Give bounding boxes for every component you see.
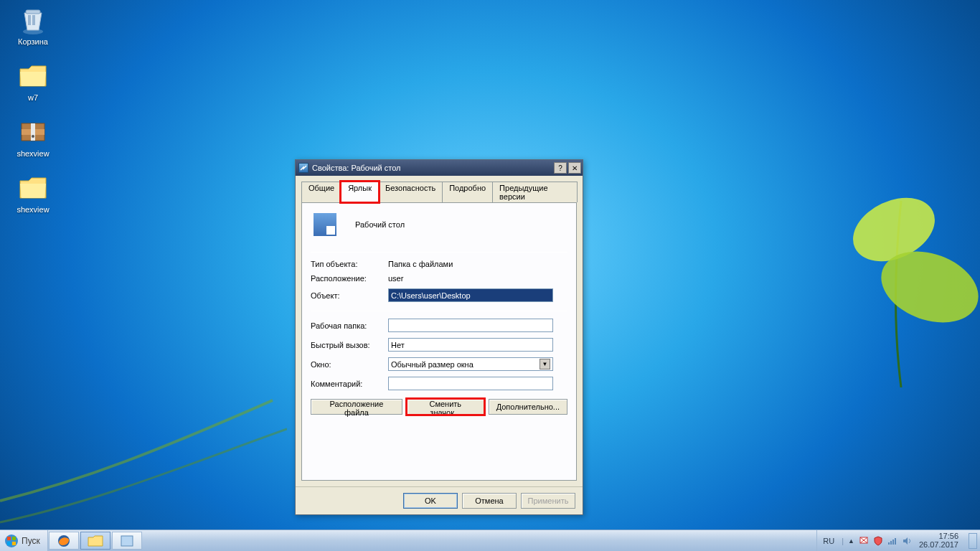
clock-date[interactable]: 26.07.2017 xyxy=(919,541,958,550)
combo-run-value: Обычный размер окна xyxy=(391,360,473,369)
tray-chevron-up-icon[interactable]: ▲ xyxy=(848,537,854,545)
shortcut-icon xyxy=(314,213,336,236)
desktop-icon-shexview-folder[interactable]: shexview xyxy=(6,172,60,214)
properties-dialog: Свойства: Рабочий стол ? ✕ Общие Ярлык Б… xyxy=(295,159,583,515)
dialog-icon xyxy=(298,163,308,173)
input-target[interactable] xyxy=(388,288,553,302)
tab-details[interactable]: Подробно xyxy=(442,182,493,202)
start-button[interactable]: Пуск xyxy=(0,530,48,551)
chevron-down-icon[interactable]: ▼ xyxy=(540,359,550,369)
svg-rect-21 xyxy=(895,538,896,545)
desktop-icon-recycle-bin[interactable]: Корзина xyxy=(6,4,60,46)
svg-rect-4 xyxy=(28,15,31,25)
system-tray: RU | ▲ 17:56 26.07.2017 xyxy=(816,530,980,551)
change-icon-button[interactable]: Сменить значок... xyxy=(407,399,484,415)
label-startin: Рабочая папка: xyxy=(311,321,382,330)
network-icon[interactable] xyxy=(887,536,897,546)
label-shortcutkey: Быстрый вызов: xyxy=(311,341,382,349)
svg-rect-18 xyxy=(888,542,890,545)
svg-rect-13 xyxy=(7,542,11,545)
shortcut-name: Рабочий стол xyxy=(355,220,405,229)
svg-rect-14 xyxy=(12,542,16,545)
open-file-location-button[interactable]: Расположение файла xyxy=(311,399,402,415)
svg-rect-3 xyxy=(26,10,40,14)
label-location: Расположение: xyxy=(311,274,382,283)
label-target: Объект: xyxy=(311,291,382,300)
flag-icon[interactable] xyxy=(859,536,869,546)
desktop-icon-label: shexview xyxy=(17,205,49,214)
svg-point-1 xyxy=(871,239,980,335)
desktop-icons: Корзина w7 shexview shexvi xyxy=(6,4,60,214)
svg-point-9 xyxy=(32,135,34,138)
clock-time[interactable]: 17:56 xyxy=(938,532,958,541)
tab-previous-versions[interactable]: Предыдущие версии xyxy=(492,182,578,202)
dialog-titlebar[interactable]: Свойства: Рабочий стол ? ✕ xyxy=(296,160,583,176)
input-shortcutkey[interactable] xyxy=(388,338,553,352)
dialog-title: Свойства: Рабочий стол xyxy=(312,164,400,172)
cancel-button[interactable]: Отмена xyxy=(462,493,517,509)
close-button[interactable]: ✕ xyxy=(568,162,581,174)
taskbar-explorer[interactable] xyxy=(80,532,110,550)
label-type: Тип объекта: xyxy=(311,260,382,268)
taskbar-firefox[interactable] xyxy=(49,532,79,550)
start-label: Пуск xyxy=(22,536,40,546)
value-type: Папка с файлами xyxy=(388,260,567,268)
desktop-icon-shexview-archive[interactable]: shexview xyxy=(6,116,60,158)
value-location: user xyxy=(388,274,567,283)
tab-row: Общие Ярлык Безопасность Подробно Предыд… xyxy=(296,176,583,202)
desktop-icon-label: shexview xyxy=(17,149,49,158)
desktop-icon-folder-w7[interactable]: w7 xyxy=(6,60,60,102)
shield-icon[interactable] xyxy=(873,536,883,546)
svg-point-0 xyxy=(843,185,946,273)
tab-general[interactable]: Общие xyxy=(301,182,341,202)
input-startin[interactable] xyxy=(388,319,553,332)
svg-rect-20 xyxy=(892,540,894,545)
ok-button[interactable]: OK xyxy=(403,493,458,509)
desktop-icon-label: w7 xyxy=(28,93,38,102)
svg-rect-5 xyxy=(32,15,35,25)
tab-body: Рабочий стол Тип объекта: Папка с файлам… xyxy=(301,202,577,481)
taskbar-app[interactable] xyxy=(112,532,142,550)
svg-rect-19 xyxy=(890,541,892,545)
volume-icon[interactable] xyxy=(902,536,912,546)
tab-shortcut[interactable]: Ярлык xyxy=(341,182,379,202)
windows-orb-icon xyxy=(4,534,19,548)
svg-point-10 xyxy=(5,534,18,547)
svg-rect-8 xyxy=(31,123,35,141)
show-desktop-button[interactable] xyxy=(969,533,977,549)
taskbar: Пуск RU | ▲ 17:56 26.07.2017 xyxy=(0,529,980,551)
label-comment: Комментарий: xyxy=(311,380,382,388)
svg-rect-12 xyxy=(12,537,16,540)
combo-run[interactable]: Обычный размер окна ▼ xyxy=(388,357,553,371)
desktop-icon-label: Корзина xyxy=(18,37,48,46)
label-run: Окно: xyxy=(311,360,382,369)
advanced-button[interactable]: Дополнительно... xyxy=(489,399,567,415)
help-button[interactable]: ? xyxy=(554,162,567,174)
dialog-buttons: OK Отмена Применить xyxy=(296,486,583,514)
language-indicator[interactable]: RU xyxy=(820,537,837,545)
wallpaper-leaf xyxy=(793,158,980,387)
svg-rect-16 xyxy=(121,536,133,546)
input-comment[interactable] xyxy=(388,377,553,390)
wallpaper-stem xyxy=(0,314,287,529)
tab-security[interactable]: Безопасность xyxy=(378,182,443,202)
apply-button[interactable]: Применить xyxy=(521,493,575,509)
svg-rect-11 xyxy=(7,537,11,540)
